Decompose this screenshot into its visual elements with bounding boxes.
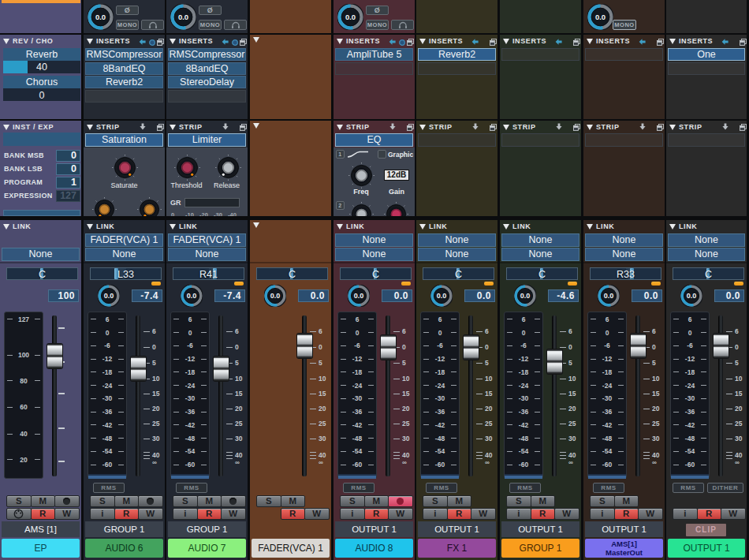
svg-text:0.0: 0.0 — [604, 292, 614, 300]
svg-text:0.0: 0.0 — [104, 292, 114, 300]
svg-text:0.0: 0.0 — [520, 292, 531, 300]
svg-text:0.0: 0.0 — [687, 292, 697, 300]
svg-text:0.0: 0.0 — [595, 13, 606, 21]
svg-text:0.0: 0.0 — [345, 13, 356, 21]
svg-text:0.0: 0.0 — [178, 13, 188, 21]
svg-text:0.0: 0.0 — [354, 292, 364, 300]
svg-text:0.0: 0.0 — [437, 292, 447, 300]
svg-text:0.0: 0.0 — [187, 292, 197, 300]
svg-text:0.0: 0.0 — [270, 292, 281, 300]
svg-text:0.0: 0.0 — [95, 13, 106, 21]
